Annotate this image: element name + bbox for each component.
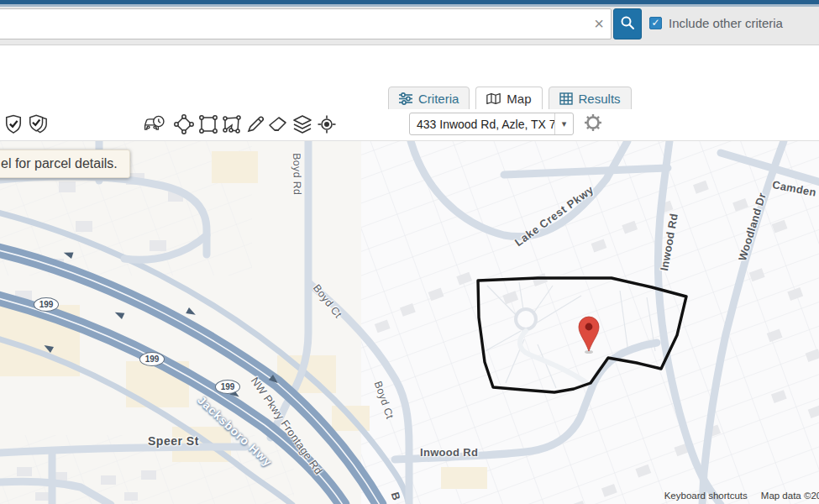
- circle-select-tool[interactable]: [172, 113, 196, 136]
- chevron-down-icon: ▾: [554, 113, 573, 134]
- locate-tool[interactable]: [315, 113, 339, 136]
- search-icon: [620, 15, 635, 34]
- gear-icon[interactable]: [585, 114, 601, 134]
- layers-tool[interactable]: [291, 113, 314, 136]
- select-multiple-parcels-tool[interactable]: [26, 113, 50, 136]
- tab-criteria[interactable]: Criteria: [388, 87, 470, 110]
- highway-199-shield: 199: [34, 297, 59, 312]
- highway-199-shield: 199: [215, 380, 240, 394]
- tab-results-label: Results: [579, 92, 621, 106]
- address-dropdown[interactable]: 433 Inwood Rd, Azle, TX 7 ▾: [409, 113, 574, 135]
- tab-map-label: Map: [507, 92, 531, 106]
- tab-results[interactable]: Results: [549, 87, 632, 110]
- street-label-inwood-bottom: Inwood Rd: [420, 446, 478, 459]
- view-tabs: Criteria Map Results: [388, 87, 632, 110]
- table-icon: [559, 92, 573, 105]
- sliders-icon: [399, 92, 412, 105]
- tab-map[interactable]: Map: [475, 87, 542, 110]
- app-window: × ✓ Include other criteria Criteria: [0, 0, 819, 504]
- map-icon: [486, 92, 501, 105]
- drive-time-tool[interactable]: [143, 113, 166, 136]
- address-dropdown-value: 433 Inwood Rd, Azle, TX 7: [410, 118, 554, 131]
- top-accent-bar: [0, 0, 819, 7]
- rectangle-select-tool[interactable]: [197, 113, 220, 136]
- highway-199-shield: 199: [139, 352, 165, 366]
- map-data-copyright: Map data ©2025: [761, 491, 819, 501]
- keyboard-shortcuts-link[interactable]: Keyboard shortcuts: [664, 491, 748, 501]
- map-toolbar: 433 Inwood Rd, Azle, TX 7 ▾: [0, 109, 819, 140]
- street-label-speer: Speer St: [148, 434, 199, 448]
- search-button[interactable]: [613, 8, 642, 39]
- map-canvas[interactable]: el for parcel details. Boyd Rd Boyd Ct B…: [0, 140, 819, 504]
- include-criteria-checkbox[interactable]: ✓: [649, 17, 662, 29]
- tab-criteria-label: Criteria: [418, 92, 459, 106]
- include-criteria-label: Include other criteria: [669, 16, 783, 30]
- street-label-boyd-rd: Boyd Rd: [291, 153, 303, 195]
- draw-pencil-tool[interactable]: [244, 113, 267, 136]
- polygon-select-tool[interactable]: [220, 113, 244, 136]
- eraser-tool[interactable]: [266, 113, 290, 136]
- clear-search-icon[interactable]: ×: [588, 9, 610, 39]
- search-input[interactable]: [0, 8, 612, 39]
- select-parcel-tool[interactable]: [2, 113, 25, 136]
- map-attribution: Keyboard shortcuts Map data ©2025: [664, 491, 819, 501]
- map-graphics: [0, 141, 819, 504]
- parcel-tooltip: el for parcel details.: [0, 150, 130, 178]
- search-header: × ✓ Include other criteria: [0, 7, 819, 45]
